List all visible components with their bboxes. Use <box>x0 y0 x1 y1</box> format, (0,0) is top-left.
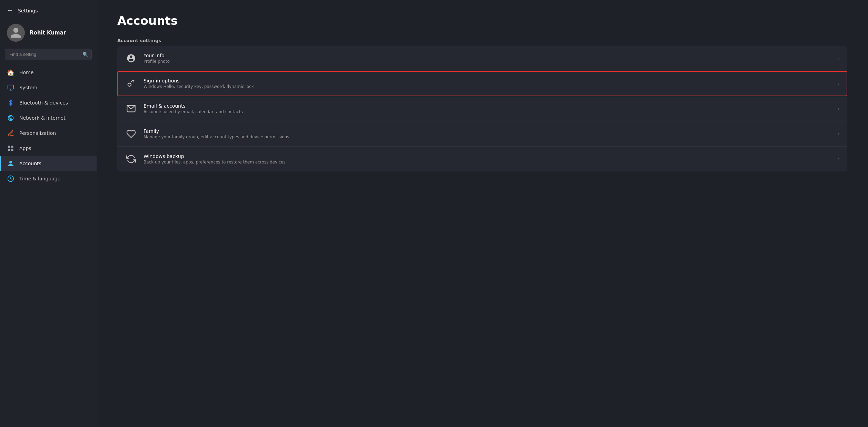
sign-in-title: Sign-in options <box>144 78 831 83</box>
sidebar-item-label: Personalization <box>19 130 56 136</box>
back-button[interactable]: ← <box>6 6 14 16</box>
settings-list: Your info Profile photo › Sign-in option… <box>117 46 847 171</box>
settings-title: Settings <box>18 8 38 13</box>
personalization-icon <box>7 129 14 137</box>
chevron-icon: › <box>838 156 840 162</box>
sidebar-item-label: Home <box>19 70 33 75</box>
time-icon <box>7 175 14 182</box>
username: Rohit Kumar <box>30 30 66 36</box>
backup-title: Windows backup <box>144 153 831 159</box>
section-label: Account settings <box>117 38 847 43</box>
user-profile: Rohit Kumar <box>0 18 97 49</box>
backup-text: Windows backup Back up your files, apps,… <box>144 153 831 165</box>
svg-rect-5 <box>8 149 10 151</box>
system-icon <box>7 84 14 91</box>
sidebar: ← Settings Rohit Kumar 🔍 🏠 Home System <box>0 0 97 427</box>
your-info-icon <box>125 52 137 64</box>
sidebar-item-label: Accounts <box>19 161 41 166</box>
avatar <box>7 24 25 42</box>
svg-rect-6 <box>11 149 13 151</box>
chevron-icon: › <box>838 131 840 137</box>
page-title: Accounts <box>117 14 847 28</box>
family-title: Family <box>144 128 831 134</box>
sidebar-header: ← Settings <box>0 0 97 18</box>
sidebar-item-system[interactable]: System <box>0 80 97 95</box>
accounts-icon <box>7 160 14 167</box>
nav-list: 🏠 Home System Bluetooth & devices Networ… <box>0 65 97 427</box>
sidebar-item-personalization[interactable]: Personalization <box>0 126 97 141</box>
main-content: Accounts Account settings Your info Prof… <box>97 0 868 427</box>
sidebar-item-label: System <box>19 85 37 90</box>
email-title: Email & accounts <box>144 103 831 109</box>
backup-icon <box>125 153 137 165</box>
your-info-title: Your info <box>144 53 831 58</box>
your-info-text: Your info Profile photo <box>144 53 831 64</box>
sidebar-item-label: Time & language <box>19 176 60 181</box>
setting-sign-in[interactable]: Sign-in options Windows Hello, security … <box>117 71 847 96</box>
sidebar-item-label: Apps <box>19 146 31 151</box>
svg-rect-4 <box>11 146 13 148</box>
sidebar-item-label: Network & internet <box>19 115 66 121</box>
network-icon <box>7 114 14 122</box>
sidebar-item-apps[interactable]: Apps <box>0 141 97 156</box>
email-desc: Accounts used by email, calendar, and co… <box>144 109 831 114</box>
sidebar-item-bluetooth[interactable]: Bluetooth & devices <box>0 95 97 110</box>
sidebar-item-accounts[interactable]: Accounts <box>0 156 97 171</box>
sidebar-item-network[interactable]: Network & internet <box>0 110 97 126</box>
family-icon <box>125 128 137 140</box>
search-box: 🔍 <box>5 49 92 60</box>
sidebar-item-label: Bluetooth & devices <box>19 100 68 106</box>
setting-backup[interactable]: Windows backup Back up your files, apps,… <box>117 147 847 171</box>
family-desc: Manage your family group, edit account t… <box>144 135 831 139</box>
chevron-icon: › <box>838 56 840 61</box>
your-info-desc: Profile photo <box>144 59 831 64</box>
chevron-icon: › <box>838 81 840 86</box>
setting-your-info[interactable]: Your info Profile photo › <box>117 46 847 71</box>
backup-desc: Back up your files, apps, preferences to… <box>144 160 831 165</box>
apps-icon <box>7 145 14 152</box>
search-input[interactable] <box>5 49 92 60</box>
email-text: Email & accounts Accounts used by email,… <box>144 103 831 114</box>
setting-email[interactable]: Email & accounts Accounts used by email,… <box>117 96 847 121</box>
sign-in-text: Sign-in options Windows Hello, security … <box>144 78 831 89</box>
bluetooth-icon <box>7 99 14 107</box>
sign-in-icon <box>125 77 137 90</box>
email-icon <box>125 102 137 115</box>
home-icon: 🏠 <box>7 69 14 76</box>
family-text: Family Manage your family group, edit ac… <box>144 128 831 139</box>
svg-rect-0 <box>8 85 14 89</box>
sign-in-desc: Windows Hello, security key, password, d… <box>144 84 831 89</box>
sidebar-item-time[interactable]: Time & language <box>0 171 97 186</box>
sidebar-item-home[interactable]: 🏠 Home <box>0 65 97 80</box>
svg-rect-3 <box>8 146 10 148</box>
setting-family[interactable]: Family Manage your family group, edit ac… <box>117 121 847 147</box>
chevron-icon: › <box>838 106 840 111</box>
